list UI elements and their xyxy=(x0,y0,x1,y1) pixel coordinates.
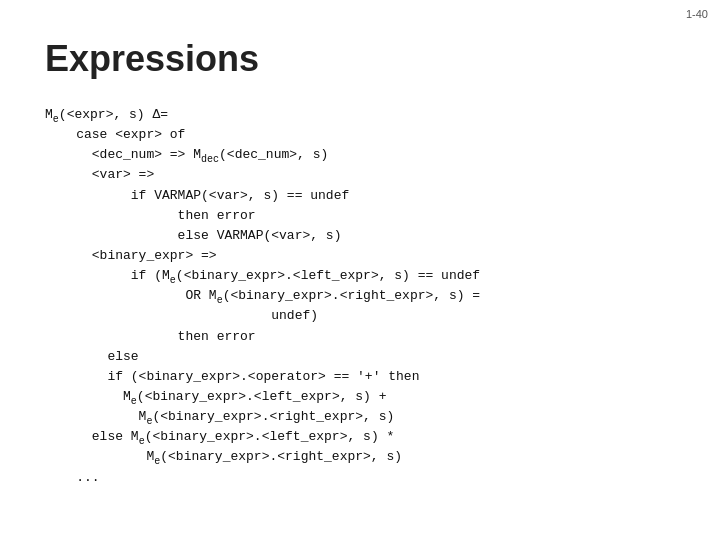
slide: 1-40 Expressions Me(<expr>, s) Δ= case <… xyxy=(0,0,720,540)
slide-title: Expressions xyxy=(45,38,259,80)
slide-number: 1-40 xyxy=(686,8,708,20)
code-block: Me(<expr>, s) Δ= case <expr> of <dec_num… xyxy=(45,105,480,488)
